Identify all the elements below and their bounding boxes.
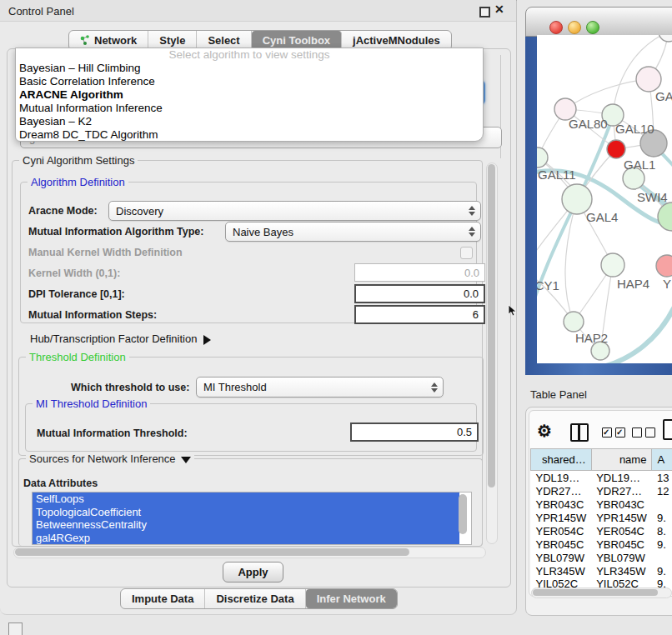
network-edge[interactable]	[565, 79, 649, 109]
table-cell[interactable]: YDL19…	[531, 471, 592, 485]
which-threshold-combobox[interactable]: MI Threshold	[196, 377, 444, 398]
float-panel-icon[interactable]	[479, 7, 490, 18]
node-label: Y	[663, 277, 671, 291]
table-row[interactable]: YDL19…YDL19…13	[531, 471, 672, 485]
data-attributes-label: Data Attributes	[23, 478, 98, 489]
split-columns-icon[interactable]	[570, 423, 589, 442]
close-window-icon[interactable]	[549, 21, 563, 34]
algorithm-option[interactable]: Mutual Information Inference	[16, 102, 483, 115]
table-cell[interactable]	[652, 551, 672, 564]
table-cell[interactable]: YBL079W	[531, 551, 592, 564]
settings-vertical-scrollbar[interactable]	[486, 162, 498, 544]
table-row[interactable]: YPR145WYPR145W9.	[531, 511, 672, 524]
settings-vscroll-thumb[interactable]	[488, 164, 495, 488]
table-cell[interactable]: 13	[652, 471, 672, 485]
table-cell[interactable]: YPR145W	[591, 511, 652, 524]
algorithm-option[interactable]: Bayesian – K2	[16, 115, 483, 128]
table-cell[interactable]: 9.	[652, 538, 672, 551]
apply-button[interactable]: Apply	[223, 562, 283, 582]
kernel-width-field[interactable]: 0.0	[354, 263, 485, 282]
document-icon[interactable]	[663, 419, 672, 440]
table-cell[interactable]: YDR27…	[531, 484, 592, 498]
table-cell[interactable]: YDL19…	[591, 471, 652, 485]
aracne-mode-combobox[interactable]: Discovery	[108, 201, 481, 221]
table-cell[interactable]: 9.	[652, 511, 672, 524]
table-cell[interactable]: 12	[652, 484, 672, 498]
deselect-all-icon[interactable]	[632, 428, 655, 438]
network-node-top-right[interactable]	[659, 35, 672, 42]
gear-icon[interactable]: ⚙	[537, 421, 552, 441]
manual-kernel-checkbox[interactable]	[460, 247, 473, 259]
table-horizontal-scrollbar[interactable]	[531, 588, 672, 598]
table-hscroll-thumb[interactable]	[533, 589, 658, 596]
node-attribute-table[interactable]: shared…nameAYDL19…YDL19…13YDR27…YDR27…12…	[530, 448, 672, 590]
table-row[interactable]: YDR27…YDR27…12	[531, 484, 672, 498]
table-cell[interactable]: YBR043C	[591, 498, 652, 511]
collapse-down-icon[interactable]	[181, 457, 191, 463]
table-row[interactable]: YBR045CYBR045C9.	[531, 538, 672, 551]
settings-hscroll-thumb[interactable]	[15, 548, 409, 556]
algorithm-option[interactable]: ARACNE Algorithm	[16, 88, 483, 102]
network-canvas[interactable]: GALGAL80GAL10GAL1GAL11SWI4GAL4GCY1HAP4YH…	[537, 35, 672, 363]
table-cell[interactable]: YBL079W	[591, 551, 652, 564]
table-cell[interactable]: YLR345W	[591, 564, 652, 578]
table-row[interactable]: YLR345WYLR345W9.	[531, 564, 672, 578]
attribute-item[interactable]: BetweennessCentrality	[33, 518, 459, 532]
table-cell[interactable]: 9.	[652, 564, 672, 578]
network-node-salmon[interactable]	[656, 255, 672, 277]
group-title: MI Threshold Definition	[33, 398, 150, 410]
algorithm-option[interactable]: Bayesian – Hill Climbing	[16, 62, 483, 75]
screen: Control Panel ✕ NetworkStyleSelectCyni T…	[0, 0, 672, 635]
settings-horizontal-scrollbar[interactable]	[13, 547, 486, 558]
algorithm-option[interactable]: Basic Correlation Inference	[16, 75, 483, 88]
table-panel-title: Table Panel	[530, 388, 587, 401]
attribute-item[interactable]: SelfLoops	[33, 492, 459, 506]
column-header-2[interactable]: name	[591, 449, 652, 471]
algorithm-option[interactable]: Dream8 DC_TDC Algorithm	[16, 128, 483, 142]
tab-impute-data[interactable]: Impute Data	[121, 589, 205, 608]
data-attributes-list[interactable]: SelfLoopsTopologicalCoefficientBetweenne…	[32, 492, 472, 545]
tab-discretize-data[interactable]: Discretize Data	[205, 589, 305, 608]
node-label: HAP2	[575, 331, 608, 345]
network-node-gal-top[interactable]	[636, 67, 661, 92]
close-panel-icon[interactable]: ✕	[494, 2, 504, 16]
attribute-item[interactable]: TopologicalCoefficient	[33, 506, 459, 519]
mi-threshold-field[interactable]: 0.5	[350, 422, 479, 442]
network-node-hap2[interactable]	[564, 312, 584, 332]
hub-definition-expander[interactable]: Hub/Transcription Factor Definition	[30, 332, 211, 345]
table-row[interactable]: YER054CYER054C8.	[531, 524, 672, 538]
minimize-window-icon[interactable]	[568, 21, 581, 34]
zoom-window-icon[interactable]	[586, 21, 599, 34]
mi-steps-field[interactable]: 6	[354, 305, 485, 324]
network-node-red-node[interactable]	[607, 140, 625, 158]
table-cell[interactable]	[652, 498, 672, 511]
table-cell[interactable]: YLR345W	[531, 564, 592, 578]
select-all-icon[interactable]: ✓✓	[602, 428, 625, 438]
table-cell[interactable]: YBR045C	[531, 538, 592, 551]
network-node-big-green[interactable]	[658, 202, 672, 231]
column-header-3[interactable]: A	[652, 449, 672, 471]
mi-algorithm-type-combobox[interactable]: Naive Bayes	[225, 222, 481, 242]
dpi-tolerance-field[interactable]: 0.0	[354, 284, 485, 303]
list-scrollbar-thumb[interactable]	[459, 494, 467, 534]
column-header-1[interactable]: shared…	[531, 449, 592, 471]
collapsed-panel-icon[interactable]	[8, 622, 23, 635]
dpi-tolerance-label: DPI Tolerance [0,1]:	[28, 288, 125, 300]
attribute-item[interactable]: gal4RGexp	[33, 532, 459, 545]
which-threshold-label: Which threshold to use:	[71, 382, 189, 393]
kernel-width-label: Kernel Width (0,1):	[28, 268, 120, 279]
network-window-titlebar[interactable]	[525, 7, 672, 37]
table-row[interactable]: YBL079WYBL079W	[531, 551, 672, 564]
table-cell[interactable]: YER054C	[591, 524, 652, 538]
table-cell[interactable]: YPR145W	[531, 511, 592, 524]
table-cell[interactable]: YBR043C	[531, 498, 592, 511]
network-edge[interactable]	[537, 200, 577, 328]
table-cell[interactable]: YER054C	[531, 524, 592, 538]
network-node-hap4[interactable]	[601, 253, 624, 277]
table-cell[interactable]: YBR045C	[591, 538, 652, 551]
table-cell[interactable]: YDR27…	[591, 484, 652, 498]
mi-type-label: Mutual Information Algorithm Type:	[28, 226, 203, 238]
tab-infer-network[interactable]: Infer Network	[306, 589, 397, 608]
table-row[interactable]: YBR043CYBR043C	[531, 498, 672, 511]
table-cell[interactable]: 8.	[652, 524, 672, 538]
